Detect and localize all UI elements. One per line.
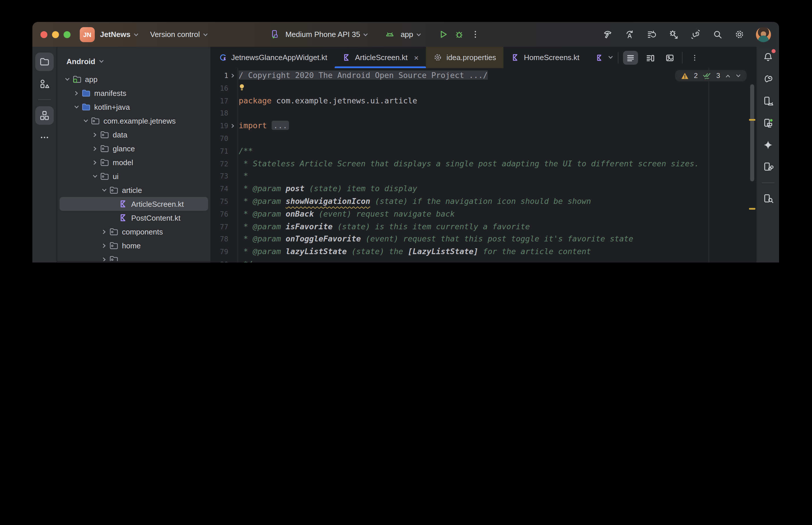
attach-debugger-icon[interactable] (668, 29, 679, 40)
device-selector[interactable]: Medium Phone API 35 (285, 30, 368, 39)
gradle-elephant-icon[interactable] (758, 70, 777, 88)
inspection-widget[interactable]: 2 3 (675, 70, 747, 81)
split-view-button[interactable] (643, 50, 658, 64)
code-line-18[interactable]: 18 (211, 107, 756, 120)
project-switcher[interactable]: JetNews (100, 30, 139, 39)
tree-item-app[interactable]: app (57, 72, 210, 86)
tree-item-label: ui (113, 172, 118, 180)
tree-chevron[interactable] (92, 160, 98, 165)
tree-chevron[interactable] (101, 188, 107, 193)
code-line-16[interactable]: 16 (211, 82, 756, 95)
tree-item-articlescreen-kt[interactable]: ArticleScreen.kt (57, 197, 210, 211)
tree-item-label: article (122, 186, 142, 194)
user-avatar[interactable] (756, 27, 771, 42)
close-window-button[interactable] (41, 31, 47, 38)
tree-item[interactable] (57, 252, 210, 261)
editor-tab-articlescreen-kt[interactable]: ArticleScreen.kt× (335, 47, 426, 68)
tree-item-com-example-jetnews[interactable]: com.example.jetnews (57, 114, 210, 127)
tree-item-glance[interactable]: glance (57, 141, 210, 155)
code-line-1[interactable]: 1/ Copyright 2020 The Android Open Sourc… (211, 69, 756, 82)
running-devices-icon[interactable] (758, 114, 777, 132)
code-line-73[interactable]: 73 * (211, 170, 756, 183)
tree-chevron[interactable] (92, 146, 98, 151)
line-number: 73 (211, 170, 228, 183)
device-mirror-icon[interactable] (758, 158, 777, 176)
code-line-77[interactable]: 77 * @param isFavorite (state) is this i… (211, 220, 756, 233)
tree-item-model[interactable]: model (57, 155, 210, 169)
more-actions-button[interactable] (470, 29, 481, 40)
editor-scrollbar[interactable] (750, 84, 754, 181)
intention-bulb-icon[interactable] (239, 83, 245, 92)
code-line-72[interactable]: 72 * Stateless Article Screen that displ… (211, 158, 756, 170)
code-line-71[interactable]: 71/** (211, 145, 756, 158)
tree-chevron[interactable] (92, 174, 98, 179)
code-line-75[interactable]: 75 * @param showNavigationIcon (state) i… (211, 195, 756, 208)
line-number: 76 (211, 208, 228, 221)
tree-item-kotlin-java[interactable]: kotlin+java (57, 100, 210, 114)
tab-options-button[interactable] (687, 50, 702, 64)
fold-toggle[interactable] (228, 120, 238, 132)
code-line-79[interactable]: 79 * @param lazyListState (state) the [L… (211, 245, 756, 258)
structure-icon[interactable] (35, 106, 54, 125)
project-view-selector[interactable]: Android (57, 47, 210, 69)
editor-tab-idea-properties[interactable]: idea.properties (426, 47, 504, 68)
tree-chevron[interactable] (74, 104, 79, 109)
tree-item-home[interactable]: home (57, 239, 210, 252)
line-number: 80 (211, 258, 228, 262)
tree-item-label: kotlin+java (94, 103, 130, 111)
code-editor[interactable]: 1/ Copyright 2020 The Android Open Sourc… (211, 68, 756, 262)
search-everywhere-icon[interactable] (712, 29, 723, 40)
tree-chevron[interactable] (92, 132, 98, 137)
tree-chevron[interactable] (101, 257, 107, 261)
project-folder-icon[interactable] (35, 52, 54, 71)
scrollbar-warning-mark[interactable] (749, 208, 755, 209)
tree-item-components[interactable]: components (57, 225, 210, 239)
tree-chevron[interactable] (101, 243, 107, 248)
code-line-78[interactable]: 78 * @param onToggleFavorite (event) req… (211, 233, 756, 246)
settings-gear-icon[interactable] (734, 29, 745, 40)
editor-tab-homescreens-kt[interactable]: HomeScreens.kt (504, 47, 587, 68)
minimize-window-button[interactable] (52, 31, 59, 38)
tree-item-manifests[interactable]: manifests (57, 86, 210, 100)
code-view-button[interactable] (623, 50, 638, 64)
design-view-button[interactable] (662, 50, 677, 64)
gradle-sync-icon[interactable] (690, 29, 701, 40)
code-line-17[interactable]: 17package com.example.jetnews.ui.article (211, 94, 756, 107)
notifications-bell-icon[interactable] (758, 48, 777, 66)
tree-chevron[interactable] (101, 229, 107, 234)
code-line-80[interactable]: 80 */ (211, 258, 756, 262)
editor-tab-jetnewsglanceappwidget-kt[interactable]: JetnewsGlanceAppWidget.kt (211, 47, 335, 68)
run-button[interactable] (438, 29, 448, 40)
code-line-74[interactable]: 74 * @param post (state) item to display (211, 182, 756, 195)
apply-changes-icon[interactable] (624, 29, 635, 40)
next-issue-button[interactable] (736, 73, 741, 78)
tree-chevron[interactable] (83, 118, 88, 123)
apply-code-changes-icon[interactable] (646, 29, 657, 40)
tree-item-article[interactable]: article (57, 183, 210, 197)
code-line-76[interactable]: 76 * @param onBack (event) request navig… (211, 208, 756, 221)
resource-manager-icon[interactable] (35, 75, 54, 93)
tree-item-data[interactable]: data (57, 127, 210, 141)
package-icon (99, 144, 109, 153)
tab-list-dropdown[interactable] (608, 55, 613, 60)
tree-chevron[interactable] (64, 76, 70, 82)
tree-chevron[interactable] (74, 90, 79, 95)
vcs-widget[interactable]: Version control (150, 30, 208, 39)
zoom-window-button[interactable] (63, 31, 71, 38)
tree-item-ui[interactable]: ui (57, 169, 210, 183)
line-number: 74 (211, 182, 228, 195)
gemini-sparkle-icon[interactable] (758, 136, 777, 154)
code-line-70[interactable]: 70 (211, 132, 756, 145)
scrollbar-warning-mark[interactable] (749, 119, 755, 120)
run-configuration-selector[interactable]: app (400, 30, 421, 39)
tree-item-postcontent-kt[interactable]: PostContent.kt (57, 211, 210, 225)
debug-button[interactable] (454, 29, 465, 40)
prev-issue-button[interactable] (725, 73, 730, 78)
more-horizontal-icon[interactable] (35, 128, 54, 147)
build-hammer-icon[interactable] (602, 29, 613, 40)
code-line-19[interactable]: 19import ... (211, 120, 756, 132)
device-manager-icon[interactable] (758, 92, 777, 110)
device-explorer-icon[interactable] (758, 190, 777, 208)
fold-toggle[interactable] (228, 69, 238, 82)
close-tab-button[interactable]: × (414, 54, 419, 61)
